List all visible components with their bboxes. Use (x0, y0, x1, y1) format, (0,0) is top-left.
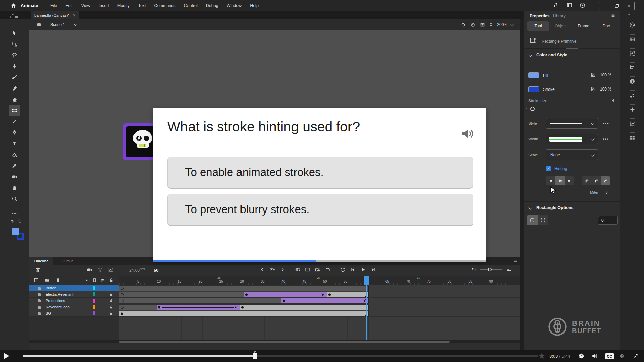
stroke-alpha-grid-icon[interactable] (591, 86, 596, 92)
Productions-dark-span[interactable] (119, 298, 281, 304)
corner-radius-input[interactable]: 0 (598, 216, 618, 225)
hinting-checkbox[interactable]: ✓ (546, 166, 551, 171)
audio-speaker-icon[interactable] (460, 127, 473, 140)
RevenantLogo-light-span[interactable] (240, 304, 369, 310)
stroke-alpha-value[interactable]: 100 % (600, 87, 611, 92)
panel-button-motion-editor-panel[interactable] (620, 117, 644, 131)
cap-butt-button[interactable] (546, 176, 555, 185)
layer-lock[interactable] (109, 299, 113, 303)
panel-button-asset-warp-panel[interactable] (620, 103, 644, 117)
tab-library[interactable]: Library (553, 14, 566, 18)
timeline-zoom-knob[interactable] (488, 268, 492, 272)
miter-value[interactable]: 3 (605, 190, 610, 195)
stroke-size-slider-knob[interactable] (530, 107, 535, 111)
scale-dropdown[interactable]: None (546, 149, 598, 160)
clip-content-icon[interactable] (470, 22, 475, 27)
edit-multiple-frames-button[interactable] (315, 267, 320, 274)
player-play-button[interactable] (4, 353, 9, 359)
ElectricRevenant-tween-span[interactable] (244, 292, 327, 297)
doc-tab[interactable]: banner.fla (Canvas)* ✕ (31, 11, 79, 19)
menu-view[interactable]: View (81, 3, 90, 8)
fluid-brush-tool[interactable] (9, 72, 20, 83)
ElectricRevenant-dark-span[interactable] (119, 292, 244, 297)
hand-tool[interactable] (9, 182, 20, 193)
panel-button-swatches-panel[interactable] (620, 33, 644, 46)
join-round-button[interactable] (591, 176, 601, 185)
width-options-button[interactable]: ••• (603, 136, 609, 141)
visibility-column[interactable] (100, 278, 105, 283)
layer-depth-button[interactable] (97, 267, 103, 273)
test-movie-icon[interactable] (580, 2, 585, 9)
tab-doc[interactable]: Doc (595, 21, 618, 31)
menu-edit[interactable]: Edit (65, 3, 73, 8)
camera-tool[interactable] (9, 171, 20, 182)
onion-skin-outlines-button[interactable] (305, 267, 310, 274)
color-style-section-title[interactable]: Color and Style (536, 53, 567, 57)
cap-square-button[interactable] (565, 176, 574, 185)
layer-row-Button[interactable]: Button (29, 285, 119, 291)
share-icon[interactable] (553, 2, 559, 9)
play-button[interactable] (360, 267, 366, 274)
swap-colors-icon[interactable] (17, 219, 21, 223)
corner-radius-link-button[interactable] (538, 215, 548, 225)
collapse-rail-icon[interactable]: « (12, 12, 14, 16)
quiz-option-2[interactable]: To prevent blurry strokes. (167, 194, 473, 225)
timeline-scrollbar[interactable] (29, 340, 520, 343)
panel-button-color-panel[interactable] (620, 19, 644, 32)
tab-object[interactable]: Object (549, 21, 572, 31)
menu-modify[interactable]: Modify (117, 3, 130, 8)
panel-button-snapping-panel[interactable] (620, 47, 644, 60)
tab-frame[interactable]: Frame (572, 21, 595, 31)
add-camera-button[interactable] (87, 267, 92, 273)
RevenantLogo-tween-span[interactable] (157, 304, 240, 310)
fill-alpha-grid-icon[interactable] (591, 72, 596, 77)
layer-row-ElectricRevenant[interactable]: ElectricRevenant (29, 291, 119, 298)
frames-area[interactable]: 510152025303540455055606570758085901s2s3… (119, 276, 520, 340)
Productions-tween-span[interactable] (281, 298, 369, 304)
panel-menu-icon[interactable] (611, 13, 615, 18)
ElectricRevenant-light-span[interactable] (327, 292, 369, 297)
stroke-size-value[interactable]: 4 (612, 98, 614, 103)
section-chevron-icon[interactable] (528, 53, 532, 57)
close-button[interactable] (623, 2, 634, 10)
layer-lock[interactable] (109, 305, 113, 309)
line-tool[interactable] (9, 116, 20, 127)
panel-button-particles-panel[interactable] (620, 89, 644, 103)
timeline-zoom-slider[interactable] (480, 269, 502, 270)
minimize-button[interactable] (599, 2, 611, 10)
paint-bucket-tool[interactable] (9, 149, 20, 160)
layer-color-chip[interactable] (93, 299, 95, 303)
layer-color-chip[interactable] (93, 311, 95, 315)
timeline-menu-icon[interactable] (513, 259, 518, 263)
menu-commands[interactable]: Commands (154, 3, 176, 8)
frame-size-icon[interactable] (506, 267, 512, 273)
RevenantLogo-dark-span[interactable] (119, 304, 157, 310)
pen-tool[interactable] (9, 127, 20, 138)
stroke-style-dropdown[interactable] (546, 118, 598, 129)
menu-file[interactable]: File (50, 3, 57, 8)
rounded-corner-button[interactable] (527, 215, 538, 225)
zoom-chevron-icon[interactable] (510, 22, 514, 26)
section-chevron-icon[interactable] (528, 206, 532, 209)
new-layer[interactable] (34, 278, 39, 283)
onion-skin-button[interactable] (295, 267, 300, 274)
center-frame-icon[interactable] (461, 22, 466, 27)
step-back-button[interactable] (350, 267, 356, 274)
eraser-tool[interactable] (9, 94, 20, 105)
menu-window[interactable]: Window (227, 3, 241, 8)
asset-warp-tool[interactable] (9, 61, 20, 72)
play-loop-button[interactable] (340, 267, 345, 274)
doc-tab-close-icon[interactable]: ✕ (73, 13, 76, 18)
join-bevel-button[interactable] (601, 176, 610, 185)
divider-handle[interactable] (566, 48, 578, 49)
current-frame-display[interactable]: 60 F (154, 267, 162, 273)
rectangle-primitive-tool[interactable] (9, 105, 20, 116)
prev-keyframe-button[interactable] (260, 267, 265, 274)
player-progress-track[interactable] (23, 355, 538, 357)
layer-view-button[interactable] (35, 267, 41, 273)
panel-button-align-panel[interactable] (620, 61, 644, 74)
stroke-width-dropdown[interactable] (546, 134, 598, 144)
menu-control[interactable]: Control (184, 3, 198, 8)
exit-fullscreen-icon[interactable] (633, 353, 639, 360)
default-colors-icon[interactable] (11, 219, 15, 223)
